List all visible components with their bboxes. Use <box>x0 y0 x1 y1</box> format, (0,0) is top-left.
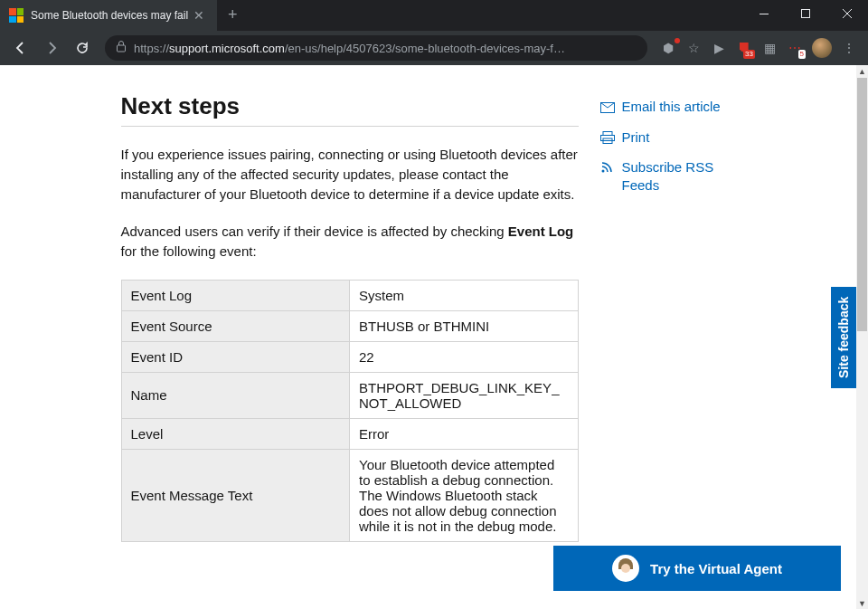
extension-icon[interactable]: ▶ <box>711 40 727 56</box>
mail-icon <box>600 100 615 118</box>
svg-point-7 <box>601 170 604 173</box>
table-row: Event ID22 <box>121 341 578 372</box>
paragraph: If you experience issues pairing, connec… <box>121 145 579 204</box>
section-heading: Next steps <box>121 92 579 127</box>
url-text: https://support.microsoft.com/en-us/help… <box>134 42 565 55</box>
back-button[interactable] <box>7 34 34 62</box>
print-icon <box>600 130 615 148</box>
extension-lastpass-icon[interactable]: ⋯5 <box>787 40 803 56</box>
svg-rect-1 <box>802 10 810 18</box>
scroll-up-icon[interactable]: ▲ <box>856 65 868 77</box>
virtual-agent-avatar-icon <box>612 555 639 582</box>
window-titlebar: Some Bluetooth devices may fail ✕ + <box>0 0 868 31</box>
reload-button[interactable] <box>69 34 96 62</box>
table-row: Event Message TextYour Bluetooth device … <box>121 449 578 541</box>
vertical-scrollbar[interactable]: ▲ ▼ <box>856 65 868 609</box>
rss-icon <box>600 160 615 178</box>
profile-avatar[interactable] <box>812 38 832 58</box>
lock-icon <box>116 40 127 56</box>
bookmark-star-icon[interactable]: ☆ <box>685 40 702 56</box>
microsoft-favicon <box>9 8 24 23</box>
svg-rect-0 <box>760 14 769 14</box>
scroll-thumb[interactable] <box>857 78 867 331</box>
close-window-button[interactable] <box>826 0 868 27</box>
browser-toolbar: https://support.microsoft.com/en-us/help… <box>0 31 868 65</box>
action-rail: Email this article Print Subscribe RSS F… <box>600 92 736 542</box>
forward-button[interactable] <box>38 34 65 62</box>
virtual-agent-button[interactable]: Try the Virtual Agent <box>553 546 841 591</box>
svg-rect-2 <box>118 45 126 52</box>
tab-title: Some Bluetooth devices may fail <box>31 9 190 22</box>
maximize-button[interactable] <box>785 0 826 27</box>
svg-rect-4 <box>603 131 612 135</box>
table-row: NameBTHPORT_DEBUG_LINK_KEY_NOT_ALLOWED <box>121 372 578 418</box>
table-row: Event LogSystem <box>121 280 578 310</box>
email-article-link[interactable]: Email this article <box>600 92 736 123</box>
table-row: Event SourceBTHUSB or BTHMINI <box>121 310 578 341</box>
scroll-down-icon[interactable]: ▼ <box>856 597 868 609</box>
browser-tab[interactable]: Some Bluetooth devices may fail ✕ <box>0 0 217 31</box>
print-link[interactable]: Print <box>600 123 736 154</box>
address-bar[interactable]: https://support.microsoft.com/en-us/help… <box>105 35 647 61</box>
new-tab-button[interactable]: + <box>217 0 249 30</box>
table-row: LevelError <box>121 418 578 449</box>
extension-icon[interactable]: ▦ <box>761 40 778 56</box>
minimize-button[interactable] <box>743 0 785 27</box>
extension-icon[interactable]: ⬢ <box>660 40 676 56</box>
paragraph: Advanced users can verify if their devic… <box>121 222 579 262</box>
menu-icon[interactable]: ⋮ <box>841 40 857 56</box>
page-content: Next steps If you experience issues pair… <box>0 65 856 609</box>
event-log-table: Event LogSystem Event SourceBTHUSB or BT… <box>121 280 579 542</box>
site-feedback-button[interactable]: Site feedback <box>831 287 856 388</box>
extension-ublock-icon[interactable]: ⛊33 <box>736 40 752 56</box>
rss-link[interactable]: Subscribe RSS Feeds <box>600 153 736 199</box>
close-tab-icon[interactable]: ✕ <box>190 8 208 23</box>
